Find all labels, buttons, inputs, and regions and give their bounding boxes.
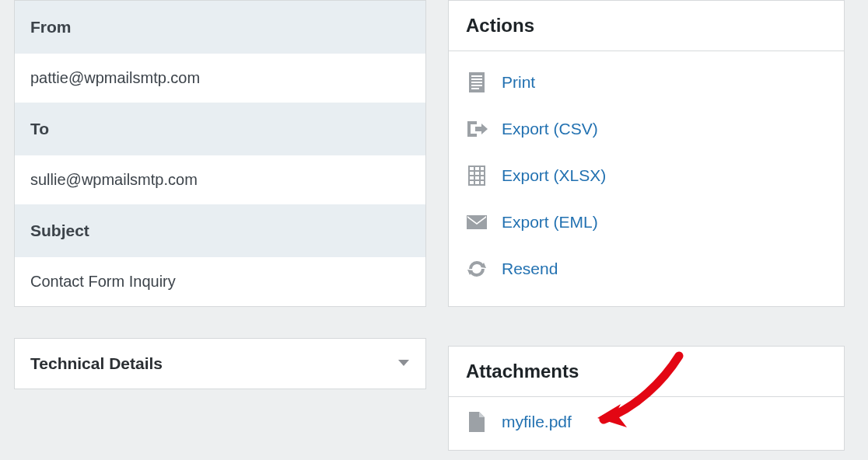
- resend-icon: [466, 258, 488, 280]
- technical-details-title: Technical Details: [30, 354, 163, 373]
- svg-rect-2: [471, 78, 482, 80]
- actions-header: Actions: [449, 1, 844, 51]
- attachment-filename: myfile.pdf: [502, 413, 572, 431]
- attachment-item[interactable]: myfile.pdf: [466, 411, 827, 433]
- action-print[interactable]: Print: [466, 59, 827, 106]
- attachments-panel: Attachments myfile.pdf: [448, 346, 845, 451]
- svg-rect-1: [471, 75, 482, 77]
- technical-details-toggle[interactable]: Technical Details: [14, 338, 426, 389]
- actions-list: Print Export (CSV) Export (XLSX): [449, 51, 844, 306]
- to-value: sullie@wpmailsmtp.com: [15, 155, 425, 204]
- action-export-eml[interactable]: Export (EML): [466, 199, 827, 246]
- svg-rect-10: [470, 172, 474, 175]
- action-print-label: Print: [502, 73, 535, 92]
- svg-rect-15: [481, 176, 484, 179]
- actions-title: Actions: [466, 15, 827, 37]
- envelope-icon: [466, 211, 488, 233]
- file-icon: [466, 411, 488, 433]
- svg-rect-3: [471, 82, 482, 83]
- subject-label: Subject: [15, 204, 425, 257]
- attachments-list: myfile.pdf: [449, 397, 844, 450]
- svg-rect-8: [475, 167, 479, 170]
- from-value: pattie@wpmailsmtp.com: [15, 54, 425, 103]
- actions-panel: Actions Print Export (CSV): [448, 0, 845, 307]
- svg-rect-5: [471, 88, 479, 89]
- svg-rect-13: [470, 176, 474, 179]
- print-icon: [466, 71, 488, 93]
- svg-rect-18: [481, 181, 484, 184]
- to-label: To: [15, 103, 425, 155]
- svg-rect-9: [481, 167, 484, 170]
- svg-rect-14: [475, 176, 479, 179]
- spreadsheet-icon: [466, 165, 488, 186]
- action-resend[interactable]: Resend: [466, 246, 827, 292]
- from-label: From: [15, 1, 425, 54]
- chevron-down-icon: [397, 357, 410, 370]
- action-export-eml-label: Export (EML): [502, 213, 598, 232]
- export-icon: [466, 118, 488, 140]
- action-export-xlsx-label: Export (XLSX): [502, 166, 606, 185]
- svg-rect-4: [471, 85, 482, 86]
- action-resend-label: Resend: [502, 260, 558, 278]
- svg-rect-19: [467, 215, 487, 229]
- attachments-title: Attachments: [466, 361, 827, 382]
- svg-rect-11: [475, 172, 479, 175]
- svg-rect-12: [481, 172, 484, 175]
- subject-value: Contact Form Inquiry: [15, 257, 425, 306]
- svg-rect-17: [475, 181, 479, 184]
- action-export-xlsx[interactable]: Export (XLSX): [466, 152, 827, 199]
- svg-rect-16: [470, 181, 474, 184]
- action-export-csv-label: Export (CSV): [502, 120, 598, 138]
- svg-rect-7: [470, 167, 474, 170]
- attachments-header: Attachments: [449, 347, 844, 397]
- email-details-card: From pattie@wpmailsmtp.com To sullie@wpm…: [14, 0, 426, 307]
- action-export-csv[interactable]: Export (CSV): [466, 106, 827, 152]
